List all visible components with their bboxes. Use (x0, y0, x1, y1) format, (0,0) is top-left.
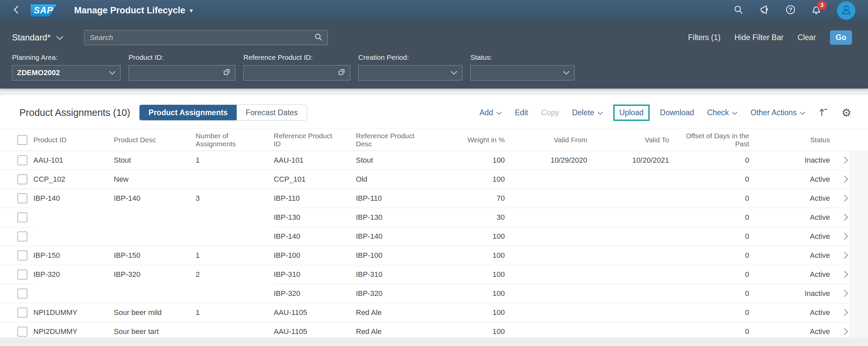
shell-header: SAP Manage Product Lifecycle ▾ ? 3 (0, 0, 868, 21)
cell-product-id: IBP-320 (32, 265, 114, 284)
back-icon (12, 5, 21, 16)
shell-search-button[interactable] (734, 5, 743, 16)
cell-reference-product-desc: IBP-310 (356, 265, 439, 284)
reference-product-id-input[interactable] (243, 65, 350, 81)
table-row[interactable]: IBP-140IBP-1401000Active (0, 227, 868, 246)
table-row[interactable]: IBP-130IBP-130300Active (0, 208, 868, 227)
app-title[interactable]: Manage Product Lifecycle ▾ (74, 5, 193, 16)
check-button[interactable]: Check (707, 108, 738, 117)
row-checkbox[interactable] (18, 308, 27, 318)
row-navigation-chevron-icon[interactable] (841, 252, 848, 259)
filter-search (84, 30, 328, 45)
search-icon[interactable] (314, 33, 323, 43)
table-row[interactable]: IBP-150IBP-1501IBP-100IBP-1001000Active (0, 246, 868, 265)
variant-selector[interactable]: Standard* (12, 32, 63, 43)
back-button[interactable] (12, 5, 21, 16)
value-help-icon[interactable] (338, 68, 345, 78)
clear-button[interactable]: Clear (798, 33, 816, 42)
row-checkbox[interactable] (18, 212, 27, 223)
cell-offset-of-days-in-the-past: 0 (670, 151, 750, 170)
cell-offset-of-days-in-the-past: 0 (670, 227, 750, 246)
column-header-valid-to[interactable]: Valid To (589, 129, 670, 151)
search-input[interactable] (89, 33, 314, 42)
tab-forecast-dates[interactable]: Forecast Dates (237, 105, 307, 120)
copy-button[interactable]: Copy (541, 108, 559, 117)
edit-button[interactable]: Edit (515, 108, 528, 117)
column-header-weight-in[interactable]: Weight in % (439, 129, 506, 151)
column-header-reference-product-desc[interactable]: Reference Product Desc (356, 129, 439, 151)
creation-period-select[interactable] (358, 65, 462, 81)
row-checkbox[interactable] (18, 193, 27, 203)
table-row[interactable]: CCP_102NewCCP_101Old1000Active (0, 170, 868, 189)
table-row[interactable]: NPI2DUMMYSour beer tartAAU-1105Red Ale10… (0, 322, 868, 341)
other-actions-button[interactable]: Other Actions (750, 108, 805, 117)
filters-button[interactable]: Filters (1) (688, 33, 720, 42)
row-navigation-chevron-icon[interactable] (841, 290, 848, 297)
person-icon (841, 4, 852, 17)
status-select[interactable] (470, 65, 575, 81)
cell-offset-of-days-in-the-past: 0 (670, 284, 750, 303)
table-row[interactable]: AAU-101Stout1AAU-101Stout10010/29/202010… (0, 151, 868, 170)
chevron-down-icon (109, 68, 116, 77)
tab-product-assignments[interactable]: Product Assignments (140, 105, 237, 120)
row-navigation-chevron-icon[interactable] (841, 271, 848, 278)
table-header-row: Product IDProduct DescNumber of Assignme… (0, 129, 868, 151)
table-row[interactable]: IBP-140IBP-1403IBP-110IBP-110700Active (0, 189, 868, 208)
row-checkbox[interactable] (18, 155, 27, 165)
column-header-offset-of-days-in-the-past[interactable]: Offset of Days in the Past (670, 129, 750, 151)
column-header-product-desc[interactable]: Product Desc (114, 129, 196, 151)
planning-area-select[interactable]: ZDEMO2002 (12, 65, 121, 81)
scrollbar-track[interactable] (850, 150, 868, 337)
cell-valid-from (506, 227, 589, 246)
row-checkbox[interactable] (18, 251, 27, 260)
row-navigation-chevron-icon[interactable] (841, 214, 848, 221)
table-row[interactable]: NPI1DUMMYSour beer mild1AAU-1105Red Ale1… (0, 303, 868, 322)
sort-button[interactable] (818, 107, 828, 118)
value-help-icon[interactable] (223, 68, 230, 78)
go-button[interactable]: Go (830, 30, 852, 45)
select-all-checkbox[interactable] (18, 135, 27, 145)
row-navigation-chevron-icon[interactable] (841, 309, 848, 316)
row-select-cell (0, 322, 32, 341)
download-button[interactable]: Download (660, 108, 694, 117)
notifications-button[interactable]: 3 (811, 5, 821, 16)
row-select-cell (0, 151, 32, 170)
row-checkbox[interactable] (18, 231, 27, 241)
column-header-valid-from[interactable]: Valid From (506, 129, 589, 151)
column-header-reference-product-id[interactable]: Reference Product ID (274, 129, 356, 151)
announcements-button[interactable] (759, 5, 770, 16)
hide-filter-bar-button[interactable]: Hide Filter Bar (735, 33, 783, 42)
row-select-cell (0, 303, 32, 322)
add-button[interactable]: Add (479, 108, 502, 117)
select-all-cell (0, 129, 32, 151)
table-row[interactable]: IBP-320IBP-3202IBP-310IBP-3101000Active (0, 265, 868, 284)
delete-button-label: Delete (572, 108, 594, 117)
row-checkbox[interactable] (18, 289, 27, 298)
chevron-down-icon (597, 108, 603, 117)
sort-icon (818, 107, 828, 118)
row-navigation-chevron-icon[interactable] (841, 176, 848, 183)
product-id-input[interactable] (128, 65, 235, 81)
user-avatar[interactable] (837, 1, 855, 20)
row-checkbox[interactable] (18, 327, 27, 337)
row-navigation-chevron-icon[interactable] (841, 156, 848, 164)
row-navigation-chevron-icon[interactable] (841, 233, 848, 240)
cell-product-id: AAU-101 (32, 151, 114, 170)
column-header-number-of-assignments[interactable]: Number of Assignments (196, 129, 274, 151)
row-checkbox[interactable] (18, 269, 27, 280)
table-card: Product Assignments (10) Product Assignm… (0, 95, 868, 337)
column-header-status[interactable]: Status (750, 129, 831, 151)
cell-offset-of-days-in-the-past: 0 (670, 246, 750, 265)
row-navigation-chevron-icon[interactable] (841, 195, 848, 202)
cell-valid-to (589, 303, 670, 322)
table-row[interactable]: IBP-320IBP-3201000Inactive (0, 284, 868, 303)
row-navigation-chevron-icon[interactable] (841, 328, 848, 335)
cell-valid-to (589, 322, 670, 341)
column-header-product-id[interactable]: Product ID (32, 129, 114, 151)
cell-product-desc: IBP-150 (114, 246, 196, 265)
delete-button[interactable]: Delete (572, 108, 602, 117)
upload-button[interactable]: Upload (619, 108, 644, 117)
help-button[interactable]: ? (785, 5, 796, 16)
settings-button[interactable]: ⚙ (841, 107, 851, 118)
row-checkbox[interactable] (18, 174, 27, 184)
